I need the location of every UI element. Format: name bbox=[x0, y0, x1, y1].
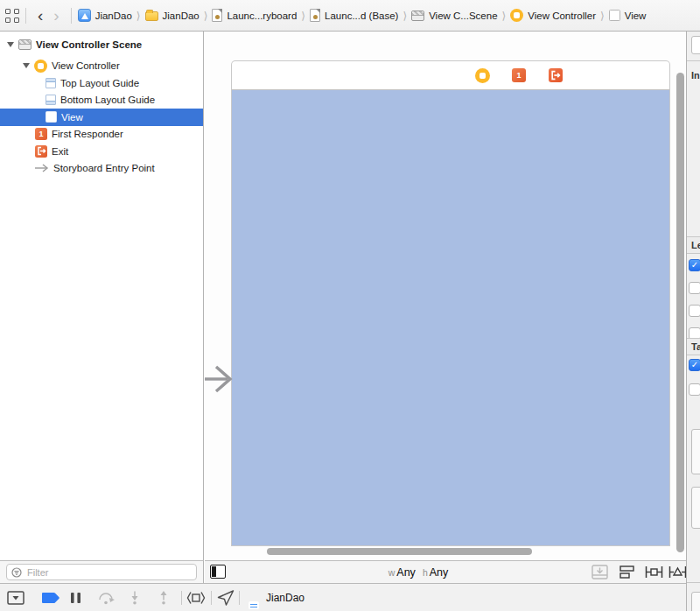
outline-row-view[interactable]: View bbox=[0, 109, 203, 126]
exit-icon[interactable] bbox=[549, 68, 563, 82]
divider bbox=[181, 591, 182, 605]
hide-debug-area-icon[interactable] bbox=[7, 591, 24, 605]
pin-icon[interactable] bbox=[645, 565, 663, 579]
step-out-icon[interactable] bbox=[157, 591, 171, 605]
view-icon bbox=[46, 111, 57, 123]
inspector-field[interactable] bbox=[691, 487, 700, 529]
view-controller-icon[interactable] bbox=[475, 68, 490, 83]
breadcrumb-label: Launc...d (Base) bbox=[325, 11, 398, 21]
filter-icon bbox=[11, 567, 22, 578]
view-controller-icon bbox=[510, 9, 523, 22]
view-controller-frame[interactable]: 1 bbox=[232, 61, 669, 545]
utilities-panel: In Le ✓ Ta ✓ bbox=[686, 32, 700, 611]
breadcrumb-view[interactable]: View bbox=[609, 10, 647, 21]
storyboard-canvas[interactable]: 1 bbox=[205, 32, 686, 560]
breadcrumb-storyboard[interactable]: Launc...ryboard bbox=[212, 9, 297, 22]
resolve-auto-layout-icon[interactable] bbox=[668, 565, 687, 579]
forward-button[interactable]: › bbox=[48, 8, 64, 24]
filter-input[interactable] bbox=[25, 566, 192, 579]
size-class-control[interactable]: w Any h Any bbox=[180, 561, 662, 583]
storyboard-entry-point-arrow[interactable] bbox=[205, 364, 236, 394]
outline-label: View bbox=[61, 112, 83, 123]
inspector-section-header: Le bbox=[687, 236, 700, 254]
view-controller-icon bbox=[34, 60, 47, 73]
disclosure-triangle-icon[interactable] bbox=[7, 42, 14, 47]
outline-row-first-responder[interactable]: 1 First Responder bbox=[0, 126, 203, 144]
outline-row-exit[interactable]: Exit bbox=[0, 143, 203, 160]
width-value: Any bbox=[396, 566, 416, 579]
disclosure-triangle-icon[interactable] bbox=[23, 63, 30, 68]
breadcrumb-group[interactable]: JianDao bbox=[145, 10, 200, 21]
horizontal-scrollbar[interactable] bbox=[267, 548, 532, 555]
breadcrumb-separator: ⟩ bbox=[301, 10, 305, 22]
divider bbox=[25, 8, 26, 24]
simulate-location-icon[interactable] bbox=[217, 590, 234, 606]
breadcrumb-label: JianDao bbox=[95, 11, 132, 21]
view-icon bbox=[609, 10, 620, 21]
breadcrumb-scene[interactable]: View C...Scene bbox=[411, 11, 497, 21]
debug-view-hierarchy-icon[interactable] bbox=[186, 591, 206, 605]
breadcrumb-label: Launc...ryboard bbox=[227, 11, 297, 21]
outline-label: First Responder bbox=[52, 129, 123, 139]
inspector-field[interactable] bbox=[691, 36, 700, 54]
first-responder-icon: 1 bbox=[35, 128, 47, 140]
document-outline: View Controller Scene View Controller To… bbox=[0, 32, 204, 560]
checkbox-unchecked[interactable] bbox=[689, 305, 700, 317]
outline-row-bottom-layout-guide[interactable]: Bottom Layout Guide bbox=[0, 92, 203, 109]
outline-label: Top Layout Guide bbox=[60, 78, 139, 88]
breadcrumb-separator: ⟩ bbox=[402, 10, 407, 22]
breadcrumb-separator: ⟩ bbox=[502, 10, 507, 22]
bottom-layout-guide-icon bbox=[46, 95, 56, 105]
first-responder-icon[interactable]: 1 bbox=[512, 68, 526, 82]
step-over-icon[interactable] bbox=[97, 591, 116, 605]
breadcrumb-project[interactable]: JianDao bbox=[78, 9, 132, 22]
filter-field[interactable] bbox=[6, 564, 197, 580]
root-view[interactable] bbox=[232, 90, 669, 545]
embed-in-stack-icon[interactable] bbox=[592, 565, 608, 579]
checkbox-checked[interactable]: ✓ bbox=[689, 359, 700, 371]
divider bbox=[211, 591, 212, 605]
vertical-scrollbar[interactable] bbox=[676, 73, 684, 552]
inspector-field[interactable] bbox=[691, 592, 700, 611]
breadcrumb-storyboard-base[interactable]: Launc...d (Base) bbox=[310, 9, 398, 22]
inspector-field[interactable] bbox=[691, 429, 700, 474]
pause-execution-icon[interactable] bbox=[70, 592, 81, 604]
breadcrumb-label: View bbox=[625, 11, 647, 21]
outline-row-top-layout-guide[interactable]: Top Layout Guide bbox=[0, 74, 203, 92]
divider bbox=[687, 60, 700, 61]
xcode-window: ‹ › JianDao ⟩ JianDao ⟩ Launc...ryboard … bbox=[0, 0, 700, 611]
top-layout-guide-icon bbox=[46, 78, 56, 88]
inspector-section-label: Le bbox=[691, 240, 700, 250]
exit-icon bbox=[35, 145, 47, 158]
height-prefix: h bbox=[423, 567, 428, 578]
checkbox-checked[interactable]: ✓ bbox=[689, 259, 700, 271]
folder-icon bbox=[145, 11, 158, 21]
divider bbox=[687, 582, 700, 583]
outline-row-scene[interactable]: View Controller Scene bbox=[0, 36, 203, 53]
inspector-section-label: In bbox=[691, 70, 700, 81]
outline-label: Bottom Layout Guide bbox=[60, 95, 155, 105]
breakpoints-toggle-icon[interactable] bbox=[41, 592, 60, 604]
divider bbox=[239, 591, 240, 605]
outline-label: View Controller Scene bbox=[36, 39, 142, 50]
checkbox-unchecked[interactable] bbox=[689, 383, 700, 396]
checkbox-unchecked[interactable] bbox=[689, 282, 700, 294]
outline-row-view-controller[interactable]: View Controller bbox=[0, 58, 203, 75]
breadcrumb-label: View Controller bbox=[528, 11, 596, 21]
entry-point-arrow-icon bbox=[35, 164, 49, 172]
outline-row-entry-point[interactable]: Storyboard Entry Point bbox=[0, 160, 203, 178]
step-into-icon[interactable] bbox=[128, 591, 142, 605]
breadcrumb-view-controller[interactable]: View Controller bbox=[510, 9, 596, 22]
inspector-section-label: Ta bbox=[691, 341, 700, 352]
breadcrumb-label: JianDao bbox=[163, 11, 200, 21]
debug-bar: JianDao bbox=[0, 583, 686, 611]
inspector-section-header: Ta bbox=[687, 338, 700, 355]
align-icon[interactable] bbox=[620, 565, 635, 579]
outline-label: Exit bbox=[52, 146, 68, 157]
process-name[interactable]: JianDao bbox=[266, 584, 304, 611]
related-items-icon[interactable] bbox=[5, 9, 19, 23]
canvas-bottom-bar: w Any h Any bbox=[205, 560, 686, 583]
storyboard-file-icon bbox=[310, 9, 320, 22]
breadcrumb-separator: ⟩ bbox=[204, 10, 208, 22]
back-button[interactable]: ‹ bbox=[32, 8, 48, 24]
